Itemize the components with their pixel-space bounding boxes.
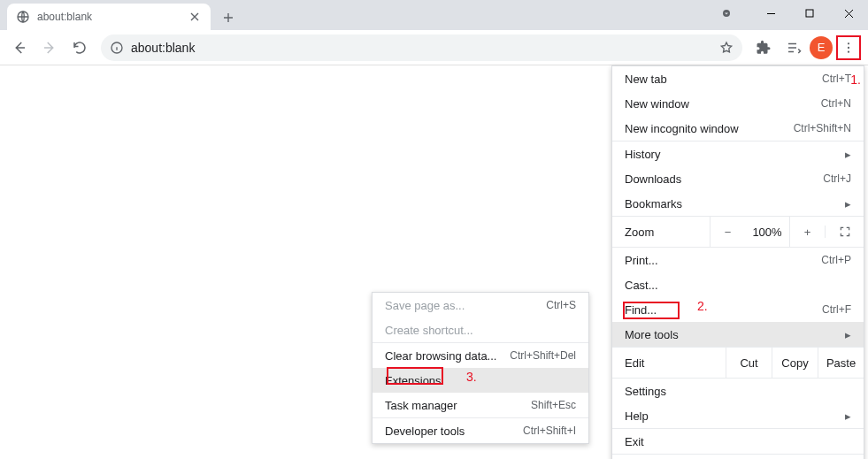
zoom-value: 100% — [745, 226, 789, 239]
menu-find[interactable]: Find...Ctrl+F — [612, 297, 864, 322]
forward-button[interactable] — [35, 34, 64, 62]
account-dropdown-icon[interactable] — [707, 0, 746, 27]
menu-bookmarks[interactable]: Bookmarks▸ — [612, 191, 864, 216]
chrome-main-menu: New tabCtrl+T New windowCtrl+N New incog… — [611, 65, 864, 459]
svg-point-5 — [848, 46, 849, 48]
menu-more-tools[interactable]: More tools▸ — [612, 322, 864, 347]
more-tools-submenu: Save page as...Ctrl+S Create shortcut...… — [372, 292, 589, 444]
chrome-menu-button[interactable] — [834, 34, 863, 62]
svg-point-4 — [848, 42, 849, 44]
maximize-button[interactable] — [790, 0, 829, 27]
fullscreen-button[interactable] — [825, 226, 864, 238]
bookmark-star-icon[interactable] — [719, 41, 734, 55]
menu-zoom-row: Zoom − 100% + — [612, 217, 864, 247]
menu-downloads[interactable]: DownloadsCtrl+J — [612, 166, 864, 191]
menu-exit[interactable]: Exit — [612, 429, 864, 454]
submenu-create-shortcut[interactable]: Create shortcut... — [373, 317, 588, 342]
site-info-icon[interactable] — [110, 41, 124, 55]
submenu-clear-browsing[interactable]: Clear browsing data...Ctrl+Shift+Del — [373, 343, 588, 368]
tab-title: about:blank — [37, 11, 188, 23]
close-tab-icon[interactable] — [188, 10, 202, 24]
new-tab-button[interactable] — [216, 5, 241, 30]
submenu-dev-tools[interactable]: Developer toolsCtrl+Shift+I — [373, 418, 588, 443]
toolbar: about:blank E — [0, 30, 868, 65]
menu-settings[interactable]: Settings — [612, 379, 864, 403]
titlebar: about:blank — [0, 0, 868, 30]
close-window-button[interactable] — [829, 0, 868, 27]
svg-point-6 — [848, 50, 849, 52]
submenu-task-manager[interactable]: Task managerShift+Esc — [373, 393, 588, 417]
svg-rect-2 — [806, 10, 813, 17]
reload-button[interactable] — [65, 34, 94, 62]
address-bar[interactable]: about:blank — [101, 34, 742, 61]
profile-avatar[interactable]: E — [810, 36, 833, 59]
edit-cut-button[interactable]: Cut — [726, 348, 772, 378]
submenu-extensions[interactable]: Extensions — [373, 368, 588, 393]
edit-copy-button[interactable]: Copy — [772, 348, 818, 378]
globe-icon — [16, 10, 30, 24]
menu-new-tab[interactable]: New tabCtrl+T — [612, 66, 864, 91]
back-button[interactable] — [5, 34, 34, 62]
zoom-out-button[interactable]: − — [710, 217, 745, 247]
menu-edit-row: Edit Cut Copy Paste — [612, 348, 864, 378]
window-controls — [707, 0, 868, 27]
menu-help[interactable]: Help▸ — [612, 403, 864, 428]
zoom-in-button[interactable]: + — [789, 217, 825, 247]
edit-paste-button[interactable]: Paste — [818, 348, 864, 378]
media-control-icon[interactable] — [780, 34, 808, 62]
extensions-puzzle-icon[interactable] — [749, 34, 778, 62]
menu-managed[interactable]: Managed by your organization — [612, 455, 864, 459]
browser-tab[interactable]: about:blank — [7, 4, 211, 30]
menu-print[interactable]: Print...Ctrl+P — [612, 248, 864, 272]
menu-history[interactable]: History▸ — [612, 142, 864, 166]
menu-new-window[interactable]: New windowCtrl+N — [612, 91, 864, 116]
url-text: about:blank — [131, 41, 719, 55]
menu-new-incognito[interactable]: New incognito windowCtrl+Shift+N — [612, 116, 864, 141]
menu-cast[interactable]: Cast... — [612, 272, 864, 297]
minimize-button[interactable] — [751, 0, 790, 27]
submenu-save-page[interactable]: Save page as...Ctrl+S — [373, 293, 588, 317]
